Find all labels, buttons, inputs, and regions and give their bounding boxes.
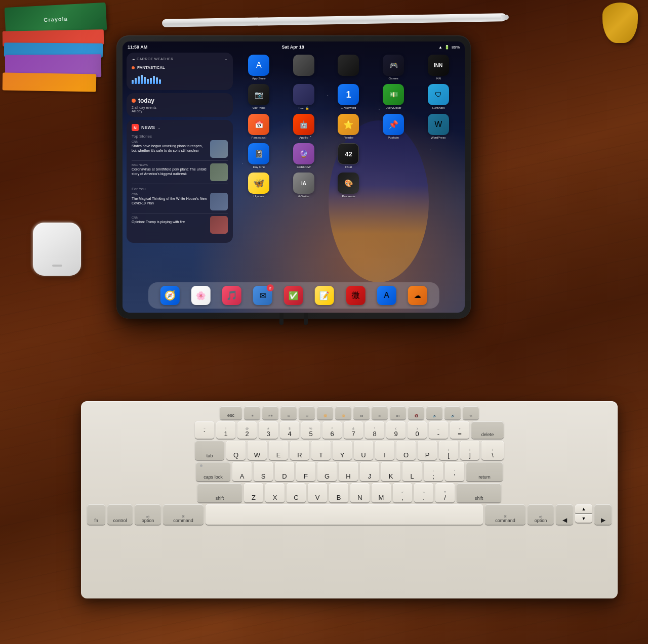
news-item-2[interactable]: BBC NEWS Coronavirus at Smithfield pork … (132, 163, 228, 184)
dock-mail[interactable]: ✉ 2 (253, 286, 272, 305)
key-p[interactable]: P (418, 441, 437, 460)
key-period[interactable]: > . (414, 483, 433, 502)
ipad-screen[interactable]: 11:59 AM Sat Apr 18 ▲ 🔋 89% ☁ CARROT WEA… (123, 41, 465, 313)
app-vidphoto[interactable]: 📷 Vid/Photo (238, 84, 279, 110)
key-h[interactable]: H (339, 462, 358, 481)
key-semicolon[interactable]: : ; (424, 462, 443, 481)
key-equals[interactable]: + = (450, 421, 469, 439)
key-quote[interactable]: " ' (445, 462, 464, 481)
key-space[interactable] (206, 504, 483, 525)
key-comma[interactable]: < , (393, 483, 412, 502)
app-fantastical[interactable]: 📅 Fantastical (238, 114, 279, 139)
ipad-dock[interactable]: 🧭 🌸 🎵 ✉ 2 ✅ 📝 微 (148, 282, 439, 309)
app-dayone[interactable]: 📓 Day One (238, 143, 279, 168)
app-grid2[interactable] (328, 55, 369, 80)
magic-keyboard[interactable]: esc ☀ ☀☀ ⊞ ⊟ 🔆 🔅 ⏮ ⏯ ⏭ 🔇 (81, 401, 618, 598)
dock-omnifocus[interactable]: ✅ (284, 286, 303, 305)
key-t[interactable]: T (311, 441, 331, 460)
key-k[interactable]: K (381, 462, 400, 481)
key-rbracket[interactable]: } ] (460, 441, 479, 460)
key-f8[interactable]: ⏯ (372, 406, 388, 419)
key-4[interactable]: $ 4 (280, 421, 299, 439)
key-option-right[interactable]: alt option (528, 504, 554, 525)
key-2[interactable]: @ 2 (237, 421, 257, 439)
app-apollio[interactable]: 🤖 Apollio (284, 114, 325, 139)
key-f2[interactable]: ☀☀ (262, 406, 278, 419)
app-games[interactable]: 🎮 Games (373, 55, 414, 80)
key-shift-right[interactable]: shift (457, 483, 501, 502)
key-control[interactable]: control (107, 504, 133, 525)
news-chevron[interactable]: ⌄ (157, 125, 161, 130)
key-delete[interactable]: delete (471, 421, 504, 439)
key-f13[interactable]: fn (463, 406, 479, 419)
app-surfshark[interactable]: 🛡 Surfshark (418, 84, 459, 110)
app-carrow[interactable]: 🔮 CARROW (284, 143, 325, 168)
dock-photos[interactable]: 🌸 (191, 286, 210, 305)
key-9[interactable]: ( 9 (386, 421, 406, 439)
key-f11[interactable]: 🔉 (426, 406, 442, 419)
news-item-4[interactable]: CNN Opinion: Trump is playing with fire (132, 216, 228, 236)
dock-weibo[interactable]: 微 (346, 286, 365, 305)
dock-notes[interactable]: 📝 (315, 286, 334, 305)
key-f9[interactable]: ⏭ (390, 406, 406, 419)
weather-chevron[interactable]: ⌄ (224, 57, 228, 61)
key-y[interactable]: Y (333, 441, 352, 460)
widget-calendar[interactable]: today 2 all-day events All day (127, 93, 233, 117)
key-f1[interactable]: ☀ (244, 406, 260, 419)
key-option-left[interactable]: alt option (135, 504, 161, 525)
app-ulysses[interactable]: 🦋 Ulysses (238, 173, 279, 198)
key-backslash[interactable]: | \ (481, 441, 504, 460)
key-caps-lock[interactable]: caps lock (196, 462, 230, 481)
key-v[interactable]: V (308, 483, 327, 502)
key-r[interactable]: R (290, 441, 309, 460)
key-esc[interactable]: esc (220, 406, 242, 419)
key-j[interactable]: J (360, 462, 379, 481)
dock-appstore[interactable]: A (377, 286, 396, 305)
app-app-store[interactable]: A App Store (238, 55, 279, 80)
key-8[interactable]: * 8 (365, 421, 384, 439)
app-grid1[interactable] (284, 55, 325, 80)
key-d[interactable]: D (275, 462, 294, 481)
news-item-1[interactable]: CNN States have begun unveiling plans to… (132, 140, 228, 161)
key-c[interactable]: C (287, 483, 306, 502)
key-tab[interactable]: tab (195, 441, 224, 460)
dock-cloudflare[interactable]: ☁ (408, 286, 427, 305)
key-f10[interactable]: 🔇 (408, 406, 424, 419)
dock-safari[interactable]: 🧭 (160, 286, 179, 305)
news-item-3[interactable]: CNN The Magical Thinking of the White Ho… (132, 193, 228, 213)
key-z[interactable]: Z (244, 483, 263, 502)
key-arrow-left[interactable]: ◀ (556, 504, 573, 525)
app-iawriter[interactable]: iA iA Writer (284, 173, 325, 198)
key-backtick[interactable]: ~ ` (195, 421, 214, 439)
app-pcal[interactable]: 42 PCal (328, 143, 369, 168)
key-x[interactable]: X (265, 483, 285, 502)
key-command-left[interactable]: ⌘ command (163, 504, 204, 525)
key-return[interactable]: return (466, 462, 503, 481)
widget-weather[interactable]: ☁ CARROT WEATHER ⌄ FANTASTICAL (127, 53, 233, 90)
app-1password[interactable]: 1 1Password (328, 84, 369, 110)
key-f7[interactable]: ⏮ (353, 406, 370, 419)
widget-news[interactable]: N NEWS ⌄ Top Stories CNN States have beg… (127, 120, 233, 243)
app-procreate[interactable]: 🎨 Procreate (328, 173, 369, 198)
key-arrow-up[interactable]: ▲ (575, 504, 592, 513)
key-f5[interactable]: 🔆 (317, 406, 333, 419)
ipad[interactable]: 11:59 AM Sat Apr 18 ▲ 🔋 89% ☁ CARROT WEA… (116, 35, 471, 319)
key-u[interactable]: U (354, 441, 373, 460)
app-pushpin[interactable]: 📌 Pushpin (373, 114, 414, 139)
key-f6[interactable]: 🔅 (335, 406, 351, 419)
key-g[interactable]: G (317, 462, 337, 481)
key-l[interactable]: L (402, 462, 422, 481)
key-a[interactable]: A (232, 462, 252, 481)
key-fn[interactable]: fn (87, 504, 105, 525)
key-0[interactable]: ) 0 (408, 421, 427, 439)
app-wordpress[interactable]: W WordPress (418, 114, 459, 139)
key-m[interactable]: M (372, 483, 391, 502)
key-slash[interactable]: ? / (435, 483, 455, 502)
key-command-right[interactable]: ⌘ command (485, 504, 525, 525)
key-shift-left[interactable]: shift (197, 483, 242, 502)
key-7[interactable]: & 7 (344, 421, 363, 439)
key-lbracket[interactable]: { [ (439, 441, 458, 460)
app-levi[interactable]: Levi 🔒 (284, 84, 325, 110)
key-w[interactable]: W (248, 441, 267, 460)
key-f12[interactable]: 🔊 (444, 406, 461, 419)
